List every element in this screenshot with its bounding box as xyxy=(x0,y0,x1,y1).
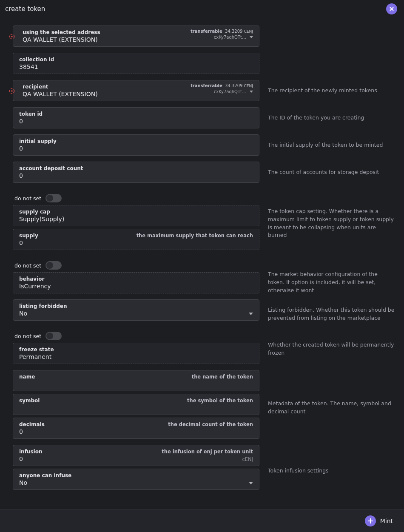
listing-forbidden-desc: Listing forbidden. Whether this token sh… xyxy=(268,299,395,322)
infusion-desc: Token infusion settings xyxy=(268,445,395,475)
token-id-value: 0 xyxy=(19,118,253,125)
chevron-down-icon[interactable] xyxy=(249,313,253,315)
infusion-field[interactable]: infusion the infusion of enj per token u… xyxy=(13,445,259,466)
token-id-label: token id xyxy=(19,111,253,117)
mint-button[interactable]: Mint xyxy=(365,515,393,526)
symbol-field[interactable]: symbol the symbol of the token xyxy=(13,394,259,415)
supply-hint: the maximum supply that token can reach xyxy=(137,233,253,239)
balance-value: 34.3209 xyxy=(225,29,242,34)
supply-cap-field[interactable]: supply cap Supply(Supply) xyxy=(13,205,259,226)
plus-icon xyxy=(365,515,376,526)
chevron-down-icon[interactable] xyxy=(250,36,253,38)
account-deposit-desc: The count of accounts for storage deposi… xyxy=(268,162,395,176)
infusion-hint: the infusion of enj per token unit xyxy=(162,449,253,455)
account-deposit-value: 0 xyxy=(19,172,253,179)
name-field[interactable]: name the name of the token xyxy=(13,370,259,391)
behavior-value: IsCurrency xyxy=(19,283,253,290)
infusion-value: 0 xyxy=(19,455,253,462)
supply-value: 0 xyxy=(19,239,253,246)
supply-field[interactable]: supply the maximum supply that token can… xyxy=(13,229,259,250)
decimals-value: 0 xyxy=(19,428,253,435)
ticker: CENJ xyxy=(244,29,253,34)
behavior-label: behavior xyxy=(19,276,253,282)
short-address: cxKy7aqhQTt… xyxy=(214,34,246,40)
behavior-desc: The market behavior configuration of the… xyxy=(268,256,395,294)
anyone-infuse-label: anyone can infuse xyxy=(19,472,253,478)
recipient-desc: The recipient of the newly minted tokens xyxy=(268,80,395,95)
freeze-state-value: Permanent xyxy=(19,353,253,360)
supply-cap-toggle[interactable] xyxy=(46,194,62,202)
svg-point-1 xyxy=(11,36,13,37)
anyone-infuse-field[interactable]: anyone can infuse No xyxy=(13,469,259,490)
initial-supply-field[interactable]: initial supply 0 xyxy=(13,134,259,156)
svg-point-3 xyxy=(11,90,13,92)
token-id-desc: The ID of the token you are creating xyxy=(268,107,395,122)
do-not-set-label: do not set xyxy=(14,262,41,269)
target-icon xyxy=(7,32,17,41)
name-hint: the name of the token xyxy=(192,374,253,380)
symbol-hint: the symbol of the token xyxy=(187,398,253,404)
supply-cap-label: supply cap xyxy=(19,209,253,215)
recipient-field[interactable]: recipient QA WALLET (EXTENSION) transfer… xyxy=(13,80,259,101)
collection-id-value: 38541 xyxy=(19,63,253,70)
token-id-field[interactable]: token id 0 xyxy=(13,107,259,128)
listing-forbidden-value: No xyxy=(19,310,253,317)
transferrable-label: transferrable xyxy=(191,29,222,34)
listing-forbidden-field[interactable]: listing forbidden No xyxy=(13,299,259,321)
infusion-unit: cENJ xyxy=(242,456,253,462)
do-not-set-label: do not set xyxy=(14,195,41,202)
decimals-field[interactable]: decimals the decimal count of the token … xyxy=(13,418,259,439)
freeze-state-toggle[interactable] xyxy=(46,332,62,340)
close-icon xyxy=(389,6,394,11)
initial-supply-value: 0 xyxy=(19,145,253,152)
footer: Mint xyxy=(0,509,404,532)
balance-info: transferrable 34.3209 CENJ cxKy7aqhQTt… xyxy=(191,28,253,40)
chevron-down-icon[interactable] xyxy=(249,482,253,484)
using-address-field[interactable]: using the selected address QA WALLET (EX… xyxy=(13,26,259,47)
account-deposit-field[interactable]: account deposit count 0 xyxy=(13,162,259,183)
initial-supply-label: initial supply xyxy=(19,138,253,144)
freeze-state-label: freeze state xyxy=(19,347,253,353)
freeze-state-field[interactable]: freeze state Permanent xyxy=(13,343,259,364)
collection-id-field: collection id 38541 xyxy=(13,53,259,74)
mint-label: Mint xyxy=(380,518,393,524)
decimals-hint: the decimal count of the token xyxy=(168,421,253,427)
behavior-field[interactable]: behavior IsCurrency xyxy=(13,272,259,293)
freeze-state-desc: Whether the created token will be perman… xyxy=(268,327,395,357)
do-not-set-label: do not set xyxy=(14,333,41,339)
account-deposit-label: account deposit count xyxy=(19,165,253,171)
chevron-down-icon[interactable] xyxy=(250,91,253,93)
supply-cap-value: Supply(Supply) xyxy=(19,216,253,222)
anyone-infuse-value: No xyxy=(19,479,253,486)
collection-id-label: collection id xyxy=(19,57,253,63)
listing-forbidden-label: listing forbidden xyxy=(19,303,253,309)
close-button[interactable] xyxy=(386,3,397,14)
behavior-toggle[interactable] xyxy=(46,261,62,270)
metadata-desc: Metadata of the token. The name, symbol … xyxy=(268,370,395,416)
balance-info: transferrable 34.3209 CENJ cxKy7aqhQTt… xyxy=(191,83,253,94)
target-icon xyxy=(7,86,17,96)
page-title: create token xyxy=(5,5,45,13)
supply-cap-desc: The token cap setting. Whether there is … xyxy=(268,189,395,239)
initial-supply-desc: The initial supply of the token to be mi… xyxy=(268,134,395,149)
